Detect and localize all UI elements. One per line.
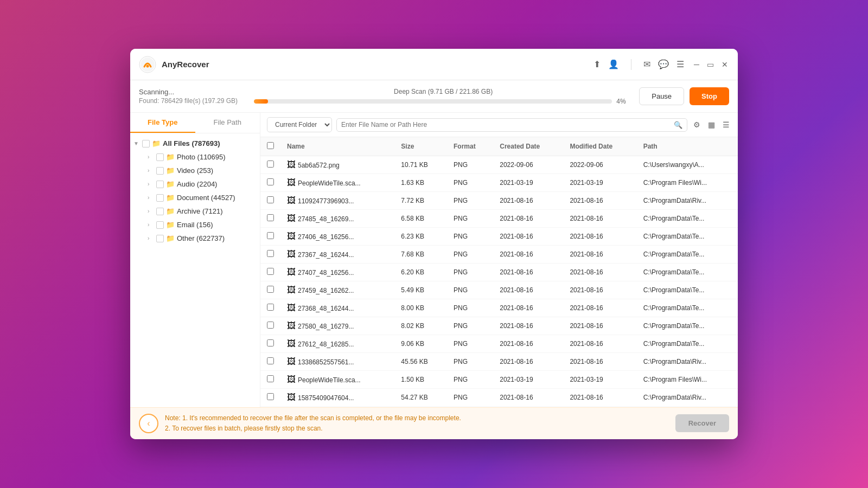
- search-input[interactable]: [341, 121, 671, 129]
- row-created: 2021-08-16: [493, 335, 563, 353]
- table-row: 🖼15875409047604... 54.27 KB PNG 2021-08-…: [260, 389, 738, 407]
- header-created: Created Date: [493, 137, 563, 156]
- tree-item-email[interactable]: › 📁 Email (156): [144, 218, 260, 232]
- row-modified: 2021-08-16: [563, 299, 636, 317]
- row-created: 2021-08-16: [493, 317, 563, 335]
- file-table-container: Name Size Format Created Date Modified D…: [260, 137, 738, 407]
- row-checkbox[interactable]: [260, 192, 280, 210]
- close-button[interactable]: ✕: [720, 59, 729, 70]
- tab-file-path[interactable]: File Path: [195, 113, 260, 133]
- tree-checkbox-all[interactable]: [142, 140, 150, 147]
- row-checkbox[interactable]: [260, 264, 280, 281]
- back-button[interactable]: ‹: [139, 414, 158, 433]
- search-icon[interactable]: 🔍: [674, 121, 682, 129]
- row-checkbox[interactable]: [260, 335, 280, 353]
- row-checkbox[interactable]: [260, 281, 280, 299]
- tree-checkbox-photo[interactable]: [156, 153, 164, 161]
- tree-item-audio[interactable]: › 📁 Audio (2204): [144, 177, 260, 191]
- row-modified: 2021-08-16: [563, 192, 636, 210]
- scan-label: Deep Scan (9.71 GB / 221.86 GB): [254, 88, 633, 95]
- tree-checkbox-video[interactable]: [156, 167, 164, 175]
- tree-item-photo[interactable]: › 📁 Photo (110695): [144, 150, 260, 164]
- row-checkbox[interactable]: [260, 228, 280, 246]
- row-size: 5.49 KB: [394, 281, 447, 299]
- tree-item-archive[interactable]: › 📁 Archive (7121): [144, 204, 260, 218]
- row-path: C:\ProgramData\Te...: [637, 264, 738, 281]
- tree-checkbox-document[interactable]: [156, 194, 164, 202]
- tree-item-document[interactable]: › 📁 Document (44527): [144, 191, 260, 204]
- row-created: 2021-08-16: [493, 246, 563, 264]
- share-icon[interactable]: ⬆: [593, 59, 601, 69]
- row-format: PNG: [447, 192, 493, 210]
- row-format: PNG: [447, 299, 493, 317]
- tree-item-all-files[interactable]: ▼ 📁 All Files (787693): [130, 137, 260, 150]
- row-path: C:\ProgramData\Te...: [637, 228, 738, 246]
- row-modified: 2021-08-16: [563, 210, 636, 228]
- folder-dropdown[interactable]: Current Folder: [267, 117, 332, 132]
- row-created: 2021-08-16: [493, 389, 563, 407]
- tree-checkbox-archive[interactable]: [156, 208, 164, 215]
- row-modified: 2021-08-16: [563, 353, 636, 371]
- filter-icon[interactable]: ⚙: [692, 119, 702, 131]
- row-checkbox[interactable]: [260, 353, 280, 371]
- pause-button[interactable]: Pause: [639, 87, 684, 105]
- menu-icon[interactable]: ☰: [676, 59, 684, 69]
- mail-icon[interactable]: ✉: [643, 59, 650, 69]
- row-path: C:\ProgramData\Te...: [637, 281, 738, 299]
- user-icon[interactable]: 👤: [608, 59, 619, 69]
- row-format: PNG: [447, 371, 493, 389]
- tree-item-video[interactable]: › 📁 Video (253): [144, 164, 260, 177]
- row-checkbox[interactable]: [260, 174, 280, 192]
- file-table-body: 🖼5ab6a572.png 10.71 KB PNG 2022-09-06 20…: [260, 156, 738, 407]
- chat-icon[interactable]: 💬: [658, 59, 669, 69]
- tree-checkbox-audio[interactable]: [156, 181, 164, 188]
- progress-percent: 4%: [616, 98, 633, 105]
- row-checkbox[interactable]: [260, 156, 280, 174]
- tree-checkbox-other[interactable]: [156, 235, 164, 242]
- progress-bar-background: [254, 99, 612, 104]
- svg-point-2: [146, 65, 149, 67]
- row-checkbox[interactable]: [260, 317, 280, 335]
- sidebar: File Type File Path ▼ 📁 All Files (78769…: [130, 113, 260, 407]
- select-all-checkbox[interactable]: [267, 142, 274, 149]
- row-name: 🖼27407_48_16256...: [280, 264, 394, 281]
- row-size: 10.71 KB: [394, 156, 447, 174]
- header-size: Size: [394, 137, 447, 156]
- tree-label-video: Video (253): [177, 166, 256, 175]
- row-checkbox[interactable]: [260, 389, 280, 407]
- tree-item-other[interactable]: › 📁 Other (622737): [144, 232, 260, 245]
- table-row: 🖼27459_48_16262... 5.49 KB PNG 2021-08-1…: [260, 281, 738, 299]
- table-row: 🖼27612_48_16285... 9.06 KB PNG 2021-08-1…: [260, 335, 738, 353]
- scanning-text: Scanning...: [139, 88, 247, 96]
- search-box: 🔍: [336, 118, 687, 132]
- tree-arrow-other: ›: [148, 235, 154, 241]
- tree-label-audio: Audio (2204): [177, 180, 256, 188]
- list-view-icon[interactable]: ☰: [721, 119, 731, 131]
- row-modified: 2022-09-06: [563, 156, 636, 174]
- row-modified: 2021-03-19: [563, 174, 636, 192]
- folder-icon-photo: 📁: [166, 153, 175, 161]
- row-checkbox[interactable]: [260, 371, 280, 389]
- row-checkbox[interactable]: [260, 299, 280, 317]
- row-checkbox[interactable]: [260, 246, 280, 264]
- folder-icon-all: 📁: [152, 139, 161, 147]
- row-modified: 2021-03-19: [563, 371, 636, 389]
- folder-icon-archive: 📁: [166, 207, 175, 215]
- recover-button[interactable]: Recover: [675, 414, 729, 432]
- row-path: C:\ProgramData\Te...: [637, 299, 738, 317]
- row-created: 2021-08-16: [493, 299, 563, 317]
- folder-icon-audio: 📁: [166, 180, 175, 188]
- row-format: PNG: [447, 281, 493, 299]
- maximize-button[interactable]: ▭: [706, 59, 715, 70]
- minimize-button[interactable]: ─: [693, 59, 700, 70]
- stop-button[interactable]: Stop: [690, 87, 729, 105]
- row-size: 54.27 KB: [394, 389, 447, 407]
- grid-view-icon[interactable]: ▦: [706, 119, 717, 131]
- tab-file-type[interactable]: File Type: [130, 113, 195, 133]
- row-path: C:\ProgramData\Riv...: [637, 192, 738, 210]
- row-checkbox[interactable]: [260, 210, 280, 228]
- header-checkbox: [260, 137, 280, 156]
- tree-expand-arrow: ▼: [133, 140, 140, 146]
- tree-checkbox-email[interactable]: [156, 221, 164, 229]
- table-row: 🖼11092477396903... 7.72 KB PNG 2021-08-1…: [260, 192, 738, 210]
